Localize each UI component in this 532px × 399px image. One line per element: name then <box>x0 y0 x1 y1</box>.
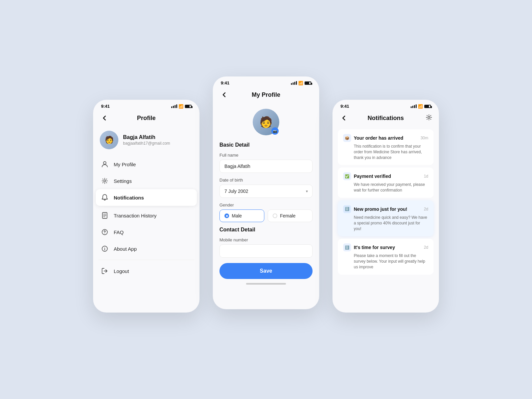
gender-female-option[interactable]: Female <box>268 209 313 222</box>
signal-icon-3 <box>411 104 417 108</box>
menu-label-transaction-history: Transaction History <box>114 213 157 218</box>
bell-icon <box>101 194 108 201</box>
menu-label-notifications: Notifications <box>114 195 144 200</box>
mobile-group: Mobile number <box>219 237 313 258</box>
person-icon <box>101 161 108 168</box>
back-button-1[interactable] <box>100 113 109 123</box>
menu-item-notifications[interactable]: Notifications <box>96 189 197 206</box>
svg-point-0 <box>103 162 106 164</box>
notif-item-1[interactable]: ✅ Payment verified 1d We have received y… <box>338 168 434 198</box>
avatar-edit-button[interactable]: 📷 <box>271 127 279 135</box>
svg-point-10 <box>104 247 105 248</box>
notif-time-0: 30m <box>421 136 428 140</box>
back-button-2[interactable] <box>219 90 229 99</box>
status-icons-2: 📶 <box>291 81 311 85</box>
notif-header-0: 📦 Your order has arrived 30m <box>343 134 428 142</box>
status-bar-3: 9:41 📶 <box>332 100 439 111</box>
dob-label: Date of birth <box>219 178 313 183</box>
profile-info: Bagja Alfatih bagjaalfatih17@gmail.com <box>123 134 170 146</box>
basic-detail-section: Basic Detail Full name Date of birth 7 J… <box>213 142 319 222</box>
gender-female-label: Female <box>280 213 296 218</box>
menu-item-transaction-history[interactable]: Transaction History <box>96 207 197 224</box>
notif-body-3: Please take a moment to fill out the sur… <box>343 253 428 270</box>
dob-select-wrapper: 7 July 2002 ▼ <box>219 185 313 198</box>
notif-icon-2: ℹ️ <box>343 205 351 213</box>
gender-male-label: Male <box>232 213 242 218</box>
mobile-input[interactable] <box>219 244 313 258</box>
menu-list: My Profile Settings Notifications <box>93 156 200 257</box>
phone-notifications: 9:41 📶 Notifications <box>332 100 439 313</box>
battery-icon-3 <box>424 105 431 108</box>
nav-bar-1: Profile <box>93 111 200 127</box>
status-bar-2: 9:41 📶 <box>213 76 319 87</box>
signal-icon-2 <box>291 81 297 85</box>
gear-icon <box>101 177 108 185</box>
fullname-group: Full name <box>219 153 313 173</box>
wifi-icon-3: 📶 <box>418 104 423 109</box>
notifications-list: 📦 Your order has arrived 30m This notifi… <box>332 127 439 280</box>
battery-icon-1 <box>185 105 192 108</box>
menu-item-settings[interactable]: Settings <box>96 173 197 189</box>
contact-detail-section: Contact Detail Mobile number <box>213 227 319 258</box>
menu-divider <box>98 260 194 260</box>
svg-point-12 <box>428 116 430 118</box>
phone-my-profile: 9:41 📶 My Profile 🧑 📷 <box>213 76 319 309</box>
profile-avatar: 🧑 📷 <box>253 109 279 135</box>
mobile-label: Mobile number <box>219 237 313 242</box>
logout-icon <box>101 267 108 275</box>
menu-item-logout[interactable]: Logout <box>96 263 197 279</box>
menu-item-about-app[interactable]: About App <box>96 240 197 257</box>
notif-title-3: It's time for survey <box>354 245 395 250</box>
profile-avatar-container: 🧑 📷 <box>213 109 319 135</box>
menu-item-my-profile[interactable]: My Profile <box>96 156 197 173</box>
page-title-1: Profile <box>137 115 156 122</box>
save-button[interactable]: Save <box>219 263 313 279</box>
fullname-label: Full name <box>219 153 313 158</box>
notif-body-1: We have received your payment, please wa… <box>343 182 428 193</box>
user-name: Bagja Alfatih <box>123 134 170 140</box>
dob-select[interactable]: 7 July 2002 <box>219 185 313 198</box>
notif-header-1: ✅ Payment verified 1d <box>343 172 428 180</box>
back-button-3[interactable] <box>339 113 348 123</box>
notif-item-3[interactable]: ℹ️ It's time for survey 2d Please take a… <box>338 239 434 274</box>
status-time-2: 9:41 <box>221 80 229 85</box>
gender-male-option[interactable]: Male <box>219 209 264 222</box>
nav-bar-2: My Profile <box>213 87 319 103</box>
fullname-input[interactable] <box>219 160 313 173</box>
notif-time-2: 2d <box>424 207 428 211</box>
notif-body-0: This notification is to confirm that you… <box>343 144 428 160</box>
phone-profile-menu: 9:41 📶 Profile 🧑 Bagja Alfatih <box>93 100 200 313</box>
faq-icon <box>101 228 108 236</box>
status-icons-1: 📶 <box>171 104 192 109</box>
page-title-3: Notifications <box>367 115 404 122</box>
menu-item-faq[interactable]: FAQ <box>96 224 197 240</box>
notif-item-0[interactable]: 📦 Your order has arrived 30m This notifi… <box>338 129 434 165</box>
battery-icon-2 <box>305 81 311 85</box>
receipt-icon <box>101 212 108 219</box>
wifi-icon-1: 📶 <box>179 104 184 109</box>
radio-male-dot <box>224 213 229 218</box>
status-time-3: 9:41 <box>340 104 349 109</box>
notif-header-2: ℹ️ New promo just for you! 2d <box>343 205 428 213</box>
notif-icon-1: ✅ <box>343 172 351 180</box>
gender-group: Gender Male Female <box>219 202 313 222</box>
contact-detail-title: Contact Detail <box>219 227 313 233</box>
profile-header: 🧑 Bagja Alfatih bagjaalfatih17@gmail.com <box>93 127 200 156</box>
wifi-icon-2: 📶 <box>298 81 303 85</box>
notif-icon-0: 📦 <box>343 134 351 142</box>
status-time-1: 9:41 <box>101 104 110 109</box>
basic-detail-title: Basic Detail <box>219 142 313 148</box>
notif-item-2[interactable]: ℹ️ New promo just for you! 2d Need medic… <box>338 200 434 236</box>
notif-title-0: Your order has arrived <box>354 135 403 141</box>
avatar-1: 🧑 <box>100 131 118 149</box>
info-icon <box>101 245 108 252</box>
gender-label: Gender <box>219 202 313 207</box>
svg-point-7 <box>104 233 105 234</box>
settings-gear-button[interactable] <box>426 114 432 122</box>
menu-label-about-app: About App <box>114 246 137 252</box>
notif-nav: Notifications <box>332 111 439 127</box>
notif-time-3: 2d <box>424 245 428 250</box>
status-icons-3: 📶 <box>411 104 431 109</box>
gender-options: Male Female <box>219 209 313 222</box>
user-email: bagjaalfatih17@gmail.com <box>123 141 170 146</box>
